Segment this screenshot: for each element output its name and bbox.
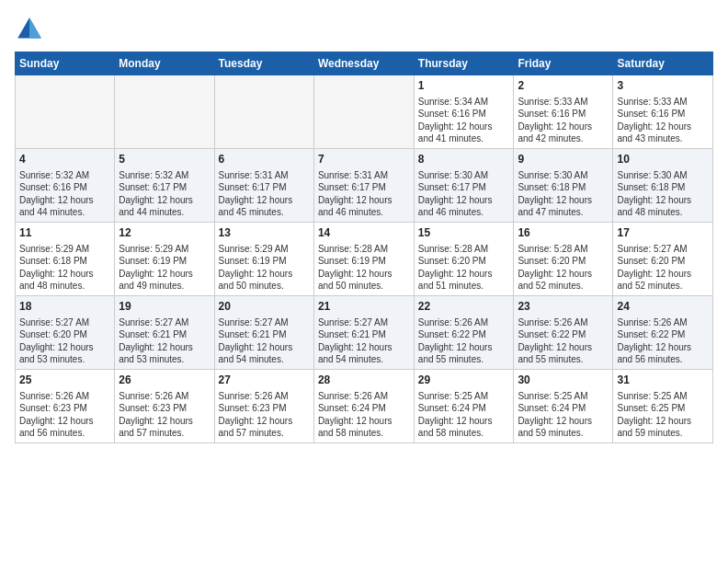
calendar-cell: 21Sunrise: 5:27 AMSunset: 6:21 PMDayligh…: [313, 296, 414, 370]
cell-content: Sunrise: 5:29 AMSunset: 6:18 PMDaylight:…: [19, 243, 110, 293]
calendar-cell: 7Sunrise: 5:31 AMSunset: 6:17 PMDaylight…: [313, 149, 414, 223]
calendar-cell: 11Sunrise: 5:29 AMSunset: 6:18 PMDayligh…: [16, 223, 115, 296]
day-number: 5: [119, 152, 210, 167]
calendar-table: SundayMondayTuesdayWednesdayThursdayFrid…: [15, 52, 713, 443]
day-number: 15: [418, 225, 510, 241]
calendar-cell: 10Sunrise: 5:30 AMSunset: 6:18 PMDayligh…: [613, 149, 713, 223]
calendar-cell: 22Sunrise: 5:26 AMSunset: 6:22 PMDayligh…: [414, 296, 514, 370]
cell-content: Sunrise: 5:25 AMSunset: 6:24 PMDaylight:…: [418, 390, 510, 440]
cell-content: Sunrise: 5:26 AMSunset: 6:22 PMDaylight:…: [518, 316, 609, 366]
cell-content: Sunrise: 5:30 AMSunset: 6:18 PMDaylight:…: [518, 169, 609, 219]
calendar-cell: 1Sunrise: 5:34 AMSunset: 6:16 PMDaylight…: [414, 75, 514, 149]
calendar-cell: 3Sunrise: 5:33 AMSunset: 6:16 PMDaylight…: [613, 75, 713, 149]
calendar-cell: 17Sunrise: 5:27 AMSunset: 6:20 PMDayligh…: [613, 223, 713, 296]
weekday-header: Saturday: [613, 52, 713, 75]
logo-icon: [15, 15, 44, 44]
calendar-cell: 18Sunrise: 5:27 AMSunset: 6:20 PMDayligh…: [16, 296, 115, 370]
day-number: 10: [617, 152, 709, 167]
day-number: 8: [418, 152, 510, 167]
cell-content: Sunrise: 5:32 AMSunset: 6:17 PMDaylight:…: [119, 169, 210, 219]
cell-content: Sunrise: 5:29 AMSunset: 6:19 PMDaylight:…: [119, 243, 210, 293]
cell-content: Sunrise: 5:26 AMSunset: 6:23 PMDaylight:…: [219, 390, 310, 440]
cell-content: Sunrise: 5:26 AMSunset: 6:23 PMDaylight:…: [19, 390, 110, 440]
cell-content: Sunrise: 5:28 AMSunset: 6:20 PMDaylight:…: [518, 243, 609, 293]
day-number: 2: [518, 78, 609, 94]
calendar-cell: 25Sunrise: 5:26 AMSunset: 6:23 PMDayligh…: [16, 370, 115, 443]
calendar-cell: 31Sunrise: 5:25 AMSunset: 6:25 PMDayligh…: [613, 370, 713, 443]
calendar-cell: 20Sunrise: 5:27 AMSunset: 6:21 PMDayligh…: [214, 296, 313, 370]
calendar-cell: 16Sunrise: 5:28 AMSunset: 6:20 PMDayligh…: [514, 223, 613, 296]
day-number: 6: [219, 152, 310, 167]
day-number: 29: [418, 373, 510, 388]
cell-content: Sunrise: 5:32 AMSunset: 6:16 PMDaylight:…: [19, 169, 110, 219]
day-number: 16: [518, 225, 609, 241]
day-number: 21: [318, 299, 410, 315]
calendar-cell: 6Sunrise: 5:31 AMSunset: 6:17 PMDaylight…: [214, 149, 313, 223]
page-header: [15, 15, 713, 44]
calendar-cell: [115, 75, 214, 149]
day-number: 4: [19, 152, 110, 167]
day-number: 19: [119, 299, 210, 315]
cell-content: Sunrise: 5:27 AMSunset: 6:21 PMDaylight:…: [318, 316, 410, 366]
cell-content: Sunrise: 5:28 AMSunset: 6:20 PMDaylight:…: [418, 243, 510, 293]
calendar-cell: 29Sunrise: 5:25 AMSunset: 6:24 PMDayligh…: [414, 370, 514, 443]
day-number: 20: [219, 299, 310, 315]
day-number: 12: [119, 225, 210, 241]
calendar-cell: 2Sunrise: 5:33 AMSunset: 6:16 PMDaylight…: [514, 75, 613, 149]
cell-content: Sunrise: 5:28 AMSunset: 6:19 PMDaylight:…: [318, 243, 410, 293]
calendar-cell: 13Sunrise: 5:29 AMSunset: 6:19 PMDayligh…: [214, 223, 313, 296]
calendar-cell: 12Sunrise: 5:29 AMSunset: 6:19 PMDayligh…: [115, 223, 214, 296]
day-number: 1: [418, 78, 510, 94]
weekday-header: Monday: [115, 52, 214, 75]
cell-content: Sunrise: 5:26 AMSunset: 6:22 PMDaylight:…: [617, 316, 709, 366]
calendar-cell: 14Sunrise: 5:28 AMSunset: 6:19 PMDayligh…: [313, 223, 414, 296]
day-number: 24: [617, 299, 709, 315]
cell-content: Sunrise: 5:31 AMSunset: 6:17 PMDaylight:…: [219, 169, 310, 219]
day-number: 3: [617, 78, 709, 94]
calendar-cell: 27Sunrise: 5:26 AMSunset: 6:23 PMDayligh…: [214, 370, 313, 443]
weekday-header: Sunday: [16, 52, 115, 75]
cell-content: Sunrise: 5:26 AMSunset: 6:22 PMDaylight:…: [418, 316, 510, 366]
cell-content: Sunrise: 5:26 AMSunset: 6:23 PMDaylight:…: [119, 390, 210, 440]
day-number: 17: [617, 225, 709, 241]
cell-content: Sunrise: 5:27 AMSunset: 6:20 PMDaylight:…: [19, 316, 110, 366]
calendar-week-row: 11Sunrise: 5:29 AMSunset: 6:18 PMDayligh…: [16, 223, 713, 296]
day-number: 28: [318, 373, 410, 388]
cell-content: Sunrise: 5:27 AMSunset: 6:20 PMDaylight:…: [617, 243, 709, 293]
calendar-week-row: 1Sunrise: 5:34 AMSunset: 6:16 PMDaylight…: [16, 75, 713, 149]
weekday-header: Friday: [514, 52, 613, 75]
calendar-cell: 30Sunrise: 5:25 AMSunset: 6:24 PMDayligh…: [514, 370, 613, 443]
day-number: 11: [19, 225, 110, 241]
cell-content: Sunrise: 5:25 AMSunset: 6:25 PMDaylight:…: [617, 390, 709, 440]
calendar-cell: [16, 75, 115, 149]
cell-content: Sunrise: 5:27 AMSunset: 6:21 PMDaylight:…: [219, 316, 310, 366]
cell-content: Sunrise: 5:26 AMSunset: 6:24 PMDaylight:…: [318, 390, 410, 440]
day-number: 14: [318, 225, 410, 241]
cell-content: Sunrise: 5:30 AMSunset: 6:18 PMDaylight:…: [617, 169, 709, 219]
logo: [15, 15, 48, 44]
calendar-cell: [313, 75, 414, 149]
calendar-week-row: 25Sunrise: 5:26 AMSunset: 6:23 PMDayligh…: [16, 370, 713, 443]
cell-content: Sunrise: 5:30 AMSunset: 6:17 PMDaylight:…: [418, 169, 510, 219]
cell-content: Sunrise: 5:33 AMSunset: 6:16 PMDaylight:…: [518, 96, 609, 145]
day-number: 30: [518, 373, 609, 388]
cell-content: Sunrise: 5:34 AMSunset: 6:16 PMDaylight:…: [418, 96, 510, 145]
calendar-cell: 5Sunrise: 5:32 AMSunset: 6:17 PMDaylight…: [115, 149, 214, 223]
cell-content: Sunrise: 5:27 AMSunset: 6:21 PMDaylight:…: [119, 316, 210, 366]
cell-content: Sunrise: 5:29 AMSunset: 6:19 PMDaylight:…: [219, 243, 310, 293]
cell-content: Sunrise: 5:33 AMSunset: 6:16 PMDaylight:…: [617, 96, 709, 145]
calendar-cell: 26Sunrise: 5:26 AMSunset: 6:23 PMDayligh…: [115, 370, 214, 443]
weekday-header: Thursday: [414, 52, 514, 75]
calendar-cell: 24Sunrise: 5:26 AMSunset: 6:22 PMDayligh…: [613, 296, 713, 370]
calendar-cell: 9Sunrise: 5:30 AMSunset: 6:18 PMDaylight…: [514, 149, 613, 223]
weekday-header: Tuesday: [214, 52, 313, 75]
calendar-week-row: 4Sunrise: 5:32 AMSunset: 6:16 PMDaylight…: [16, 149, 713, 223]
day-number: 18: [19, 299, 110, 315]
calendar-cell: [214, 75, 313, 149]
calendar-cell: 19Sunrise: 5:27 AMSunset: 6:21 PMDayligh…: [115, 296, 214, 370]
calendar-cell: 15Sunrise: 5:28 AMSunset: 6:20 PMDayligh…: [414, 223, 514, 296]
calendar-cell: 4Sunrise: 5:32 AMSunset: 6:16 PMDaylight…: [16, 149, 115, 223]
weekday-header-row: SundayMondayTuesdayWednesdayThursdayFrid…: [16, 52, 713, 75]
day-number: 7: [318, 152, 410, 167]
day-number: 26: [119, 373, 210, 388]
